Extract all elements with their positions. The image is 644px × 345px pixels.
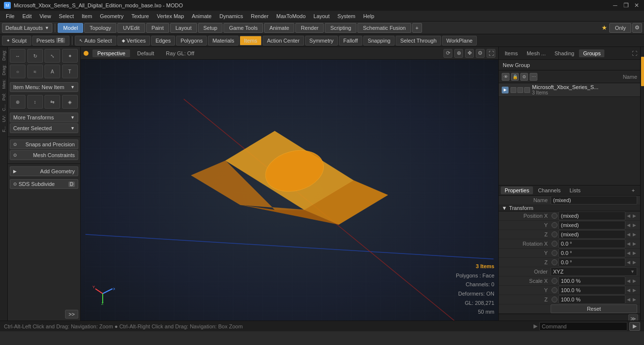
menu-view[interactable]: View xyxy=(36,12,55,20)
command-input[interactable] xyxy=(539,322,627,331)
pp-scale-x-right-icon[interactable]: ▶ xyxy=(631,278,637,284)
pp-rot-x-left-icon[interactable]: ◀ xyxy=(625,241,631,247)
sg-settings-icon[interactable]: ⚙ xyxy=(520,73,528,81)
pp-pos-z-right-icon[interactable]: ▶ xyxy=(631,231,637,237)
menu-select[interactable]: Select xyxy=(55,12,78,20)
sculpt-button[interactable]: ✦ Sculpt xyxy=(2,36,31,46)
pp-rot-y-dot[interactable] xyxy=(552,250,557,256)
menu-maxtomodo[interactable]: MaxToModo xyxy=(272,12,310,20)
menu-dynamics[interactable]: Dynamics xyxy=(216,12,247,20)
pp-add-tab[interactable]: + xyxy=(628,185,638,195)
pp-scale-z-input[interactable]: 100.0 % xyxy=(558,295,625,304)
materials-button[interactable]: Materials xyxy=(208,36,239,46)
pp-pos-z-input[interactable]: (mixed) xyxy=(558,230,625,239)
menu-edit[interactable]: Edit xyxy=(19,12,36,20)
pp-scale-y-dot[interactable] xyxy=(552,287,557,293)
tool-12[interactable]: ◈ xyxy=(62,95,78,109)
menu-system[interactable]: System xyxy=(333,12,359,20)
tab-render[interactable]: Render xyxy=(295,23,324,33)
pp-tab-channels[interactable]: Channels xyxy=(534,186,564,194)
viewport-ctrl-maximize[interactable]: ⛶ xyxy=(487,49,495,58)
items-button[interactable]: Items xyxy=(240,36,262,46)
tool-8[interactable]: T xyxy=(62,65,78,78)
viewport[interactable]: Perspective Default Ray GL: Off ⟳ ⊕ ✥ ⚙ … xyxy=(81,47,498,321)
tool-scale[interactable]: ⤡ xyxy=(44,49,60,63)
auto-select-button[interactable]: ↖ Auto Select xyxy=(75,36,116,46)
item-menu-btn[interactable]: Item Menu: New Item ▼ xyxy=(10,82,78,92)
vertices-button[interactable]: ◆ Vertices xyxy=(117,36,150,46)
add-geometry-btn[interactable]: ▶ Add Geometry xyxy=(10,166,78,176)
more-transforms-btn[interactable]: More Transforms ▼ xyxy=(10,113,78,122)
command-run-button[interactable]: ▶ xyxy=(629,322,640,331)
pp-rot-y-right-icon[interactable]: ▶ xyxy=(631,250,637,256)
vert-tab-7[interactable]: F... xyxy=(0,124,7,134)
menu-file[interactable]: File xyxy=(2,12,19,20)
tab-paint[interactable]: Paint xyxy=(146,23,169,33)
falloff-button[interactable]: Falloff xyxy=(339,36,362,46)
center-selected-btn[interactable]: Center Selected ▼ xyxy=(10,123,78,133)
expand-btn[interactable]: >> xyxy=(65,310,78,319)
pp-scale-z-dot[interactable] xyxy=(552,297,557,302)
pp-pos-z-dot[interactable] xyxy=(552,231,557,237)
action-center-button[interactable]: Action Center xyxy=(263,36,304,46)
select-through-button[interactable]: Select Through xyxy=(396,36,441,46)
pp-rot-y-input[interactable]: 0.0 ° xyxy=(558,249,625,257)
pp-pos-x-input[interactable]: (mixed) xyxy=(558,211,625,220)
menu-layout[interactable]: Layout xyxy=(310,12,333,20)
tool-rotate[interactable]: ↻ xyxy=(27,49,43,63)
workplane-button[interactable]: WorkPlane xyxy=(442,36,477,46)
viewport-ctrl-pan[interactable]: ✥ xyxy=(465,49,474,58)
pp-pos-z-left-icon[interactable]: ◀ xyxy=(625,231,631,237)
scene-tab-shading[interactable]: Shading xyxy=(551,49,578,57)
minimize-button[interactable]: ─ xyxy=(612,2,619,9)
sg-lock-icon[interactable]: 🔒 xyxy=(511,73,519,81)
sds-btn[interactable]: ⊙ SDS Subdivide D xyxy=(10,179,78,189)
close-button[interactable]: ✕ xyxy=(633,2,640,9)
pp-scale-x-input[interactable]: 100.0 % xyxy=(558,276,625,285)
pp-reset-button[interactable]: Reset xyxy=(551,304,637,313)
tool-move[interactable]: ↔ xyxy=(10,49,25,63)
mesh-constraints-btn[interactable]: ⊙ Mesh Constraints xyxy=(10,150,78,160)
tool-9[interactable]: ⊕ xyxy=(10,95,25,109)
pp-rot-z-right-icon[interactable]: ▶ xyxy=(631,259,637,265)
layout-dropdown[interactable]: Default Layouts ▼ xyxy=(2,23,52,33)
pp-transform-header[interactable]: ▼ Transform xyxy=(499,205,640,211)
scene-tab-groups[interactable]: Groups xyxy=(579,49,604,57)
pp-rot-x-dot[interactable] xyxy=(552,241,557,247)
snapping-button[interactable]: Snapping xyxy=(363,36,395,46)
only-button[interactable]: Only xyxy=(609,23,631,33)
viewport-ctrl-zoom[interactable]: ⊕ xyxy=(454,49,463,58)
viewport-tab-default[interactable]: Default xyxy=(132,49,159,57)
polygons-button[interactable]: Polygons xyxy=(176,36,207,46)
snaps-btn[interactable]: ⊙ Snaps and Precision xyxy=(10,139,78,149)
tab-uvedit[interactable]: UVEdit xyxy=(117,23,145,33)
sg-more-icon[interactable]: ⋯ xyxy=(530,73,537,81)
tab-schematic[interactable]: Schematic Fusion xyxy=(357,23,411,33)
add-tab-button[interactable]: + xyxy=(412,23,422,33)
tool-6[interactable]: ≈ xyxy=(27,65,43,78)
pp-name-input[interactable]: (mixed) xyxy=(551,196,637,205)
pp-tab-lists[interactable]: Lists xyxy=(566,186,585,194)
tab-setup[interactable]: Setup xyxy=(198,23,223,33)
pp-scale-y-right-icon[interactable]: ▶ xyxy=(631,287,637,293)
tab-gametools[interactable]: Game Tools xyxy=(223,23,263,33)
pp-rot-x-input[interactable]: 0.0 ° xyxy=(558,239,625,248)
pp-rot-z-left-icon[interactable]: ◀ xyxy=(625,259,631,265)
pp-pos-y-input[interactable]: (mixed) xyxy=(558,221,625,230)
viewport-canvas[interactable]: X Y Z 3 Items Polygons : Face Channels: … xyxy=(81,60,498,321)
pp-tab-properties[interactable]: Properties xyxy=(501,186,533,194)
tool-7[interactable]: A xyxy=(44,65,60,78)
viewport-ctrl-orbit[interactable]: ⟳ xyxy=(444,49,452,58)
pp-pos-x-left-icon[interactable]: ◀ xyxy=(625,213,631,219)
menu-vertexmap[interactable]: Vertex Map xyxy=(153,12,188,20)
pp-pos-y-right-icon[interactable]: ▶ xyxy=(631,222,637,228)
tab-scripting[interactable]: Scripting xyxy=(325,23,356,33)
symmetry-button[interactable]: Symmetry xyxy=(305,36,338,46)
vert-tab-6[interactable]: UV: xyxy=(0,113,7,124)
pp-rot-z-input[interactable]: 0.0 ° xyxy=(558,258,625,267)
tool-10[interactable]: ↕ xyxy=(27,95,43,109)
viewport-tab-perspective[interactable]: Perspective xyxy=(92,49,130,57)
tool-5[interactable]: ○ xyxy=(10,65,25,78)
menu-render[interactable]: Render xyxy=(247,12,272,20)
tab-topology[interactable]: Topology xyxy=(84,23,116,33)
